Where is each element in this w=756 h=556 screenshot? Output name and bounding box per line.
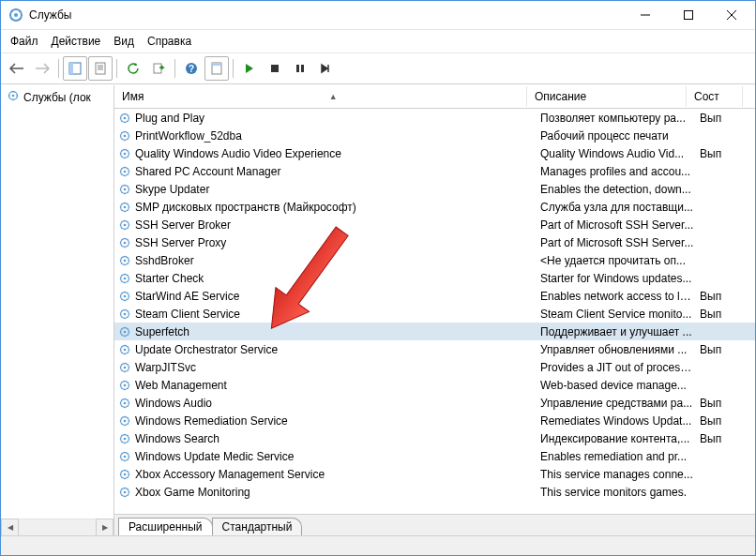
service-row[interactable]: Starter CheckStarter for Windows updates… (114, 269, 755, 287)
tree-empty-area (1, 109, 113, 518)
column-header-status[interactable]: Сост (687, 86, 743, 107)
services-window: Службы Файл Действие Вид Справка ? (0, 0, 756, 556)
service-row[interactable]: SshdBroker<Не удается прочитать оп... (114, 251, 755, 269)
svg-point-41 (124, 277, 127, 279)
window-title: Службы (29, 8, 624, 22)
gear-icon (118, 414, 131, 428)
forward-button[interactable] (30, 56, 54, 81)
service-row[interactable]: SuperfetchПоддерживает и улучшает ... (114, 323, 755, 340)
pause-service-button[interactable] (288, 56, 312, 81)
service-description: Remediates Windows Updat... (540, 414, 700, 428)
service-description: This service monitors games. (540, 486, 700, 499)
titlebar: Службы (1, 1, 755, 30)
svg-point-25 (124, 134, 127, 137)
service-row[interactable]: Xbox Accessory Management ServiceThis se… (114, 465, 755, 483)
service-row[interactable]: SSH Server BrokerPart of Microsoft SSH S… (114, 216, 755, 233)
tree-root-services[interactable]: Службы (лок (1, 85, 113, 109)
service-row[interactable]: Windows SearchИндексирование контента,..… (114, 429, 755, 447)
service-row[interactable]: Windows Remediation ServiceRemediates Wi… (114, 412, 755, 429)
properties-button[interactable] (88, 56, 113, 81)
service-name: Quality Windows Audio Video Experience (135, 147, 540, 160)
tab-standard[interactable]: Стандартный (212, 518, 303, 535)
service-description: Steam Client Service monito... (540, 308, 700, 321)
service-description: Provides a JIT out of process... (540, 361, 700, 374)
service-row[interactable]: PrintWorkflow_52dbaРабочий процесс печат… (114, 127, 755, 144)
svg-point-23 (124, 116, 127, 119)
scroll-right-button[interactable]: ▶ (96, 518, 113, 536)
service-name: Web Management (135, 379, 540, 392)
tree-pane[interactable]: Службы (лок ◀ ▶ (1, 85, 114, 535)
service-status: Вып (700, 414, 747, 428)
service-description: Manages profiles and accou... (540, 165, 700, 178)
gear-icon (118, 218, 131, 232)
svg-point-27 (124, 152, 127, 155)
service-row[interactable]: Plug and PlayПозволяет компьютеру ра...В… (114, 109, 755, 127)
tab-extended-label: Расширенный (129, 520, 203, 533)
svg-text:?: ? (189, 64, 194, 74)
service-status: Вып (700, 343, 747, 356)
svg-point-35 (124, 223, 127, 226)
service-description: Quality Windows Audio Vid... (540, 147, 700, 160)
service-row[interactable]: Shared PC Account ManagerManages profile… (114, 162, 755, 180)
service-row[interactable]: SSH Server ProxyPart of Microsoft SSH Se… (114, 233, 755, 251)
service-row[interactable]: Update Orchestrator ServiceУправляет обн… (114, 340, 755, 358)
service-row[interactable]: SMP дисковых пространств (Майкрософт)Слу… (114, 198, 755, 216)
scroll-left-button[interactable]: ◀ (1, 518, 19, 536)
svg-rect-17 (271, 65, 279, 72)
svg-point-55 (124, 401, 127, 404)
service-name: Windows Search (135, 432, 540, 445)
tab-extended[interactable]: Расширенный (118, 518, 213, 535)
menu-file[interactable]: Файл (5, 33, 44, 50)
service-row[interactable]: Windows Update Medic ServiceEnables reme… (114, 447, 755, 465)
service-status: Вып (700, 147, 747, 160)
service-row[interactable]: Steam Client ServiceSteam Client Service… (114, 305, 755, 323)
refresh-button[interactable] (121, 56, 145, 81)
service-name: Starter Check (135, 272, 540, 285)
service-description: Служба узла для поставщи... (540, 201, 700, 214)
export-button[interactable] (146, 56, 171, 81)
svg-point-1 (14, 13, 18, 17)
service-name: Superfetch (135, 325, 540, 338)
svg-point-49 (124, 348, 127, 351)
svg-rect-19 (301, 65, 304, 72)
svg-point-37 (124, 241, 127, 244)
service-name: Update Orchestrator Service (135, 343, 540, 356)
service-row[interactable]: Skype UpdaterEnables the detection, down… (114, 180, 755, 198)
properties-sheet-button[interactable] (204, 56, 229, 81)
restart-service-button[interactable] (313, 56, 338, 81)
start-service-button[interactable] (237, 56, 262, 81)
help-button[interactable]: ? (179, 56, 204, 81)
service-row[interactable]: StarWind AE ServiceEnables network acces… (114, 287, 755, 305)
svg-point-31 (124, 188, 127, 190)
sort-ascending-icon: ▲ (147, 92, 519, 101)
service-row[interactable]: Quality Windows Audio Video ExperienceQu… (114, 144, 755, 162)
service-name: Windows Remediation Service (135, 414, 540, 428)
back-button[interactable] (5, 56, 29, 81)
column-header-description[interactable]: Описание (527, 86, 687, 107)
stop-service-button[interactable] (263, 56, 287, 81)
column-header-name[interactable]: Имя ▲ (114, 86, 527, 107)
service-name: Steam Client Service (135, 308, 540, 321)
menu-help[interactable]: Справка (142, 33, 197, 50)
toolbar-separator (58, 59, 59, 78)
maximize-button[interactable] (667, 1, 710, 29)
service-row[interactable]: Windows AudioУправление средствами ра...… (114, 394, 755, 412)
scroll-track[interactable] (19, 519, 96, 535)
menu-view[interactable]: Вид (108, 33, 140, 50)
service-row[interactable]: Xbox Game MonitoringThis service monitor… (114, 483, 755, 501)
list-pane: Имя ▲ Описание Сост Plug and PlayПозволя… (114, 85, 755, 535)
service-row[interactable]: Web ManagementWeb-based device manage... (114, 376, 755, 394)
services-list[interactable]: Plug and PlayПозволяет компьютеру ра...В… (114, 109, 755, 514)
tree-horizontal-scrollbar[interactable]: ◀ ▶ (1, 518, 113, 535)
body-area: Службы (лок ◀ ▶ Имя ▲ Описание Сост (1, 84, 755, 535)
minimize-button[interactable] (624, 1, 667, 29)
service-description: Позволяет компьютеру ра... (540, 112, 700, 125)
service-row[interactable]: WarpJITSvcProvides a JIT out of process.… (114, 358, 755, 376)
service-description: Part of Microsoft SSH Server... (540, 236, 700, 249)
svg-point-29 (124, 170, 127, 173)
gear-icon (118, 236, 131, 249)
service-name: Plug and Play (135, 112, 540, 125)
menu-action[interactable]: Действие (46, 33, 107, 50)
show-hide-tree-button[interactable] (63, 56, 87, 81)
close-button[interactable] (710, 1, 753, 29)
